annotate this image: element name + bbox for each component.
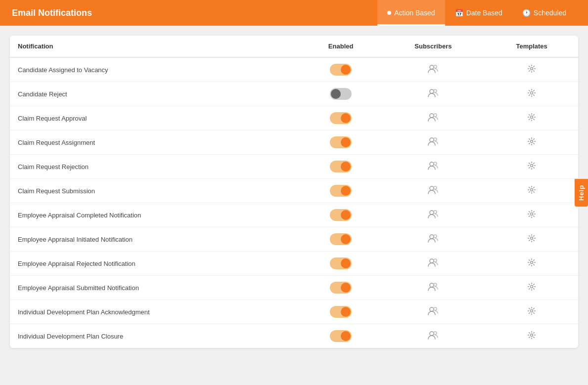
svg-point-6 (430, 114, 434, 118)
help-button[interactable]: Help (575, 178, 588, 206)
page-title: Email Notifications (12, 8, 377, 18)
table-row: Candidate Assigned to Vacancy (10, 57, 578, 82)
enabled-cell (301, 276, 381, 300)
tab-date-based-label: Date Based (466, 9, 502, 17)
notification-name: Claim Request Rejection (10, 155, 301, 179)
toggle-switch[interactable] (330, 282, 352, 294)
subscribers-icon[interactable] (428, 64, 439, 76)
notification-name: Candidate Assigned to Vacancy (10, 57, 301, 82)
notification-name: Employee Appraisal Rejected Notification (10, 252, 301, 276)
toggle-switch[interactable] (330, 88, 352, 100)
svg-point-24 (430, 259, 434, 263)
toggle-switch[interactable] (330, 161, 352, 172)
app-header: Email Notifications Action Based 📅 Date … (0, 0, 588, 26)
toggle-switch[interactable] (330, 136, 352, 148)
svg-point-2 (531, 68, 533, 70)
enabled-cell (301, 179, 381, 203)
col-enabled: Enabled (301, 36, 381, 57)
gear-icon[interactable] (527, 210, 536, 220)
gear-icon[interactable] (527, 282, 536, 293)
table-row: Employee Appraisal Submitted Notificatio… (10, 276, 578, 300)
toggle-knob (341, 283, 351, 293)
toggle-switch[interactable] (330, 209, 352, 221)
toggle-switch[interactable] (330, 233, 352, 245)
subscribers-icon[interactable] (428, 258, 439, 269)
gear-icon[interactable] (527, 161, 536, 172)
svg-point-25 (434, 259, 437, 262)
tab-action-based-label: Action Based (394, 9, 435, 17)
table-row: Claim Request Assignment (10, 130, 578, 155)
toggle-knob (341, 113, 351, 123)
main-content: Notification Enabled Subscribers Templat… (0, 26, 588, 358)
templates-cell (485, 57, 578, 82)
tab-scheduled[interactable]: 🕐 Scheduled (512, 0, 576, 26)
toggle-knob (341, 65, 351, 75)
svg-point-26 (531, 261, 533, 264)
tab-date-based[interactable]: 📅 Date Based (445, 0, 512, 26)
svg-point-19 (434, 211, 437, 214)
subscribers-icon[interactable] (428, 210, 439, 221)
svg-point-8 (531, 116, 533, 119)
templates-cell (485, 179, 578, 203)
table-row: Individual Development Plan Acknowledgme… (10, 300, 578, 324)
gear-icon[interactable] (527, 64, 536, 75)
col-subscribers: Subscribers (381, 36, 485, 57)
notifications-card: Notification Enabled Subscribers Templat… (10, 36, 578, 348)
gear-icon[interactable] (527, 258, 536, 269)
templates-cell (485, 252, 578, 276)
enabled-cell (301, 227, 381, 252)
subscribers-cell (381, 130, 485, 155)
svg-point-23 (531, 237, 533, 240)
notification-name: Employee Appraisal Completed Notificatio… (10, 203, 301, 227)
svg-point-5 (531, 92, 533, 94)
notifications-table: Notification Enabled Subscribers Templat… (10, 36, 578, 348)
notification-name: Individual Development Plan Acknowledgme… (10, 300, 301, 324)
templates-cell (485, 82, 578, 106)
subscribers-icon[interactable] (428, 234, 439, 245)
templates-cell (485, 300, 578, 324)
subscribers-icon[interactable] (428, 306, 439, 318)
gear-icon[interactable] (527, 88, 536, 99)
tab-action-based[interactable]: Action Based (377, 0, 445, 26)
header-tabs: Action Based 📅 Date Based 🕐 Scheduled (377, 0, 576, 26)
toggle-switch[interactable] (330, 112, 352, 124)
gear-icon[interactable] (527, 331, 536, 342)
toggle-knob (341, 258, 351, 268)
templates-cell (485, 203, 578, 227)
gear-icon[interactable] (527, 306, 536, 317)
gear-icon[interactable] (527, 113, 536, 124)
svg-point-10 (434, 138, 437, 141)
subscribers-icon[interactable] (428, 185, 439, 197)
subscribers-cell (381, 276, 485, 300)
templates-cell (485, 227, 578, 252)
toggle-switch[interactable] (330, 306, 352, 318)
subscribers-icon[interactable] (428, 88, 439, 100)
tab-scheduled-label: Scheduled (534, 9, 566, 17)
subscribers-icon[interactable] (428, 331, 439, 342)
gear-icon[interactable] (527, 234, 536, 245)
subscribers-icon[interactable] (428, 161, 439, 172)
subscribers-icon[interactable] (428, 137, 439, 148)
table-row: Candidate Reject (10, 82, 578, 106)
templates-cell (485, 106, 578, 130)
toggle-switch[interactable] (330, 185, 352, 197)
subscribers-icon[interactable] (428, 282, 439, 294)
table-row: Claim Request Approval (10, 106, 578, 130)
gear-icon[interactable] (527, 185, 536, 196)
svg-point-0 (430, 65, 434, 69)
toggle-switch[interactable] (330, 64, 352, 76)
subscribers-icon[interactable] (428, 113, 439, 124)
table-row: Individual Development Plan Closure (10, 324, 578, 348)
toggle-switch[interactable] (330, 330, 352, 342)
svg-point-3 (430, 89, 434, 93)
svg-point-9 (430, 138, 434, 142)
svg-point-7 (434, 114, 437, 117)
svg-point-33 (430, 332, 434, 336)
toggle-switch[interactable] (330, 257, 352, 269)
subscribers-cell (381, 57, 485, 82)
svg-point-31 (434, 307, 437, 310)
enabled-cell (301, 324, 381, 348)
gear-icon[interactable] (527, 137, 536, 148)
notification-name: Claim Request Assignment (10, 130, 301, 155)
subscribers-cell (381, 155, 485, 179)
